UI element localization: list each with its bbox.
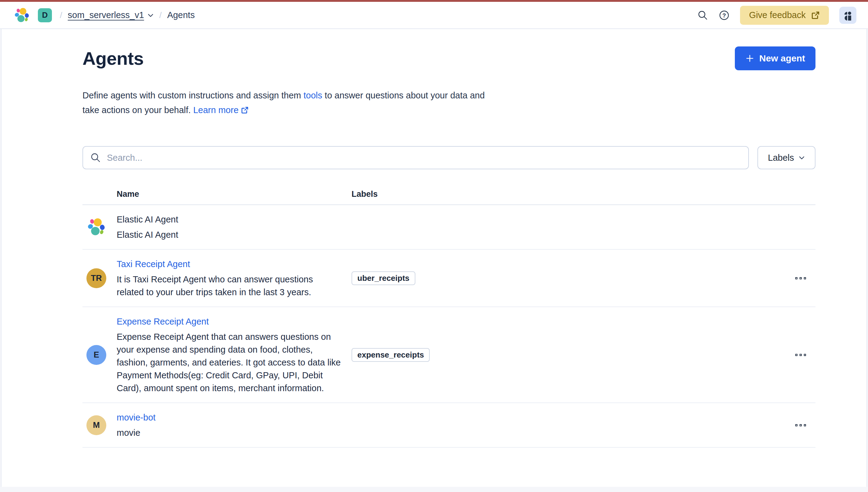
boxes-horizontal-icon [795, 354, 797, 356]
space-avatar[interactable]: D [38, 8, 52, 22]
agent-description: movie [117, 426, 342, 439]
avatar-cell: M [82, 415, 117, 435]
external-link-icon [811, 11, 820, 20]
agent-name-link[interactable]: Taxi Receipt Agent [117, 259, 190, 269]
table-row: TR Taxi Receipt Agent It is Taxi Receipt… [82, 250, 815, 307]
name-cell: movie-bot movie [117, 411, 351, 439]
boxes-horizontal-icon [799, 424, 802, 426]
description-text: take actions on your behalf. [82, 105, 191, 115]
row-actions-button[interactable] [793, 422, 808, 428]
agent-description: Elastic AI Agent [117, 228, 342, 241]
agent-label-badge: expense_receipts [351, 348, 430, 362]
breadcrumb-separator: / [60, 10, 62, 20]
give-feedback-label: Give feedback [749, 10, 806, 20]
tools-link[interactable]: tools [304, 91, 322, 100]
list-controls: Labels [82, 146, 815, 169]
global-search-button[interactable] [697, 10, 708, 21]
avatar-cell: TR [82, 268, 117, 288]
name-cell: Expense Receipt Agent Expense Receipt Ag… [117, 315, 351, 395]
boxes-horizontal-icon [804, 424, 806, 426]
agent-name-text: Elastic AI Agent [117, 215, 178, 224]
agents-table-body: Elastic AI Agent Elastic AI Agent TR Tax… [82, 205, 815, 448]
agent-label-badge: uber_receipts [351, 271, 415, 285]
column-header-labels: Labels [351, 190, 775, 199]
page-title: Agents [82, 48, 143, 69]
search-input[interactable] [107, 153, 741, 163]
agent-description: It is Taxi Receipt Agent who can answer … [117, 273, 342, 299]
chrome-header-left: D / som_serverless_v1 / Agents [14, 7, 195, 23]
boxes-horizontal-icon [804, 354, 806, 356]
boxes-horizontal-icon [799, 354, 802, 356]
avatar: TR [86, 268, 106, 288]
chrome-header-right: ? Give feedback [697, 6, 857, 25]
row-actions-button[interactable] [793, 275, 808, 281]
external-link-icon [241, 106, 248, 114]
column-header-name: Name [117, 190, 351, 199]
chevron-down-icon [147, 12, 154, 19]
projects-switcher-button[interactable] [839, 7, 857, 24]
actions-cell [793, 275, 808, 281]
table-header-row: Name Labels [82, 184, 815, 205]
labels-filter-button[interactable]: Labels [758, 146, 815, 169]
name-cell: Elastic AI Agent Elastic AI Agent [117, 213, 351, 241]
avatar-cell: E [82, 345, 117, 365]
elastic-logo-icon[interactable] [14, 7, 30, 23]
apps-icon [842, 10, 853, 21]
new-agent-label: New agent [759, 53, 805, 64]
elastic-logo-avatar [86, 217, 106, 237]
search-icon [90, 152, 101, 163]
name-cell: Taxi Receipt Agent It is Taxi Receipt Ag… [117, 257, 351, 299]
agent-name-link[interactable]: Expense Receipt Agent [117, 317, 209, 326]
breadcrumb-current-page: Agents [167, 10, 194, 20]
agent-name-link[interactable]: movie-bot [117, 413, 155, 422]
learn-more-link[interactable]: Learn more [193, 103, 248, 117]
labels-cell: uber_receipts [351, 271, 775, 285]
page-header: Agents New agent [82, 46, 815, 70]
avatar-cell [82, 217, 117, 237]
labels-cell: expense_receipts [351, 348, 775, 362]
boxes-horizontal-icon [799, 277, 802, 279]
chevron-down-icon [798, 154, 805, 161]
plus-icon [745, 54, 754, 63]
search-icon [697, 10, 708, 21]
row-actions-button[interactable] [793, 352, 808, 358]
boxes-horizontal-icon [795, 277, 797, 279]
page-background-band [0, 487, 868, 491]
breadcrumb-project-label: som_serverless_v1 [68, 10, 144, 20]
agent-description: Expense Receipt Agent that can answers q… [117, 330, 342, 395]
description-text: Define agents with custom instructions a… [82, 91, 301, 100]
avatar: M [86, 415, 106, 435]
breadcrumb-project-link[interactable]: som_serverless_v1 [68, 10, 154, 20]
description-text: to answer questions about your data and [325, 91, 485, 100]
breadcrumb-separator: / [159, 10, 162, 20]
page-description: Define agents with custom instructions a… [82, 88, 815, 117]
app-panel: Agents New agent Define agents with cust… [1, 29, 867, 487]
give-feedback-button[interactable]: Give feedback [740, 6, 829, 25]
actions-cell [793, 352, 808, 358]
learn-more-label: Learn more [193, 103, 239, 117]
search-box [82, 146, 749, 169]
labels-filter-label: Labels [768, 153, 794, 163]
table-row: M movie-bot movie [82, 403, 815, 448]
boxes-horizontal-icon [804, 277, 806, 279]
boxes-horizontal-icon [795, 424, 797, 426]
help-icon: ? [719, 10, 730, 21]
chrome-header: D / som_serverless_v1 / Agents ? Give fe… [0, 2, 868, 29]
help-button[interactable]: ? [719, 10, 730, 21]
actions-cell [793, 422, 808, 428]
svg-text:?: ? [722, 12, 726, 19]
breadcrumb: / som_serverless_v1 / Agents [60, 10, 195, 20]
table-row: E Expense Receipt Agent Expense Receipt … [82, 307, 815, 403]
avatar: E [86, 345, 106, 365]
table-row: Elastic AI Agent Elastic AI Agent [82, 205, 815, 250]
agents-table: Name Labels Elastic AI Agent Elastic AI … [82, 184, 815, 448]
new-agent-button[interactable]: New agent [735, 46, 815, 70]
